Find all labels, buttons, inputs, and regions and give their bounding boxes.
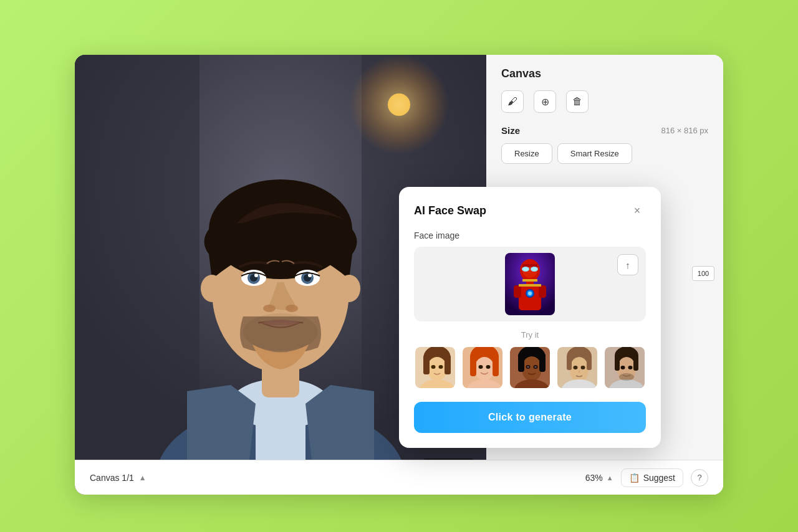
svg-rect-76 (605, 347, 646, 389)
size-row: Size 816 × 816 px (501, 125, 708, 136)
canvas-label: Canvas 1/1 (90, 473, 134, 483)
svg-rect-38 (514, 285, 521, 298)
zoom-chevron-icon: ▲ (607, 474, 613, 482)
face-sample-5[interactable] (603, 346, 646, 389)
face-sample-2[interactable] (461, 346, 504, 389)
upload-button[interactable]: ↑ (617, 254, 638, 275)
bottom-right-actions: 63% ▲ 📋 Suggest ? (585, 468, 708, 487)
svg-point-44 (427, 357, 447, 381)
canvas-chevron-icon: ▲ (139, 473, 147, 482)
svg-point-32 (531, 267, 537, 271)
svg-point-84 (619, 373, 634, 381)
svg-point-61 (514, 379, 549, 389)
svg-point-46 (431, 365, 436, 369)
face-sample-4[interactable] (556, 346, 598, 389)
suggest-button[interactable]: 📋 Suggest (621, 468, 683, 487)
svg-rect-83 (633, 356, 638, 371)
resize-buttons: Resize Smart Resize (501, 143, 708, 164)
upload-icon: ↑ (625, 260, 630, 270)
face-swap-modal: AI Face Swap × Face image (399, 187, 661, 448)
svg-point-53 (467, 379, 502, 389)
suggest-label: Suggest (643, 473, 675, 483)
zoom-info: 63% ▲ (585, 473, 613, 483)
svg-point-19 (254, 273, 258, 277)
trash-icon: 🗑 (572, 96, 582, 107)
svg-point-37 (528, 292, 532, 295)
svg-point-72 (574, 366, 578, 369)
face-upload-area[interactable]: ↑ (414, 247, 646, 321)
help-button[interactable]: ? (691, 469, 708, 487)
svg-rect-40 (519, 284, 541, 287)
face-preview (505, 253, 555, 315)
svg-rect-82 (615, 356, 620, 371)
svg-point-71 (562, 379, 597, 389)
svg-point-73 (581, 366, 585, 369)
paint-icon: 🖌 (507, 96, 517, 107)
try-it-label: Try it (414, 330, 646, 340)
svg-point-21 (263, 305, 276, 312)
zoom-value: 63% (585, 473, 603, 483)
svg-rect-49 (445, 356, 451, 374)
svg-rect-56 (470, 354, 476, 376)
svg-rect-41 (522, 279, 537, 282)
svg-point-78 (617, 357, 636, 382)
svg-rect-67 (539, 353, 546, 372)
svg-rect-66 (518, 353, 524, 372)
svg-point-31 (522, 267, 529, 271)
trash-icon-btn[interactable]: 🗑 (566, 90, 589, 113)
face-sample-3[interactable] (509, 346, 551, 389)
svg-rect-57 (493, 354, 499, 376)
panel-icons: 🖌 ⊕ 🗑 (501, 90, 708, 113)
svg-rect-75 (587, 356, 592, 370)
svg-rect-39 (539, 285, 546, 298)
svg-point-80 (621, 366, 625, 369)
svg-point-24 (201, 275, 223, 302)
svg-point-20 (308, 273, 312, 277)
svg-point-25 (338, 275, 360, 302)
svg-point-22 (286, 305, 298, 312)
help-icon: ? (697, 473, 701, 482)
modal-header: AI Face Swap × (414, 202, 646, 219)
svg-rect-2 (75, 55, 200, 495)
svg-point-81 (628, 366, 633, 369)
resize-button[interactable]: Resize (501, 143, 552, 164)
canvas-info: Canvas 1/1 ▲ (90, 473, 147, 483)
svg-point-70 (570, 357, 589, 382)
svg-point-47 (439, 365, 443, 369)
svg-point-5 (349, 55, 449, 154)
face-samples (414, 346, 646, 389)
svg-rect-48 (423, 356, 430, 374)
svg-point-52 (474, 357, 494, 381)
copy-icon-btn[interactable]: ⊕ (534, 90, 556, 113)
svg-point-55 (486, 365, 491, 369)
copy-icon: ⊕ (541, 96, 549, 108)
svg-rect-68 (557, 347, 598, 389)
svg-rect-9 (256, 404, 305, 466)
canvas-panel-title: Canvas (501, 67, 708, 80)
suggest-icon: 📋 (629, 473, 640, 483)
bottom-bar: Canvas 1/1 ▲ 63% ▲ 📋 Suggest ? (75, 460, 723, 495)
modal-close-button[interactable]: × (628, 202, 646, 219)
svg-point-64 (527, 366, 529, 368)
face-image-label: Face image (414, 230, 646, 240)
svg-point-60 (522, 356, 542, 381)
paint-icon-btn[interactable]: 🖌 (501, 90, 524, 113)
opacity-value[interactable]: 100 (692, 266, 714, 281)
generate-button[interactable]: Click to generate (414, 402, 646, 433)
face-sample-1[interactable] (414, 346, 456, 389)
svg-point-54 (479, 365, 483, 369)
size-value: 816 × 816 px (661, 126, 708, 135)
svg-rect-74 (567, 356, 572, 370)
size-label: Size (501, 125, 520, 136)
modal-title: AI Face Swap (414, 204, 486, 217)
svg-point-79 (609, 379, 644, 389)
smart-resize-button[interactable]: Smart Resize (557, 143, 632, 164)
svg-point-62 (526, 365, 531, 369)
svg-point-63 (534, 365, 538, 369)
svg-point-65 (534, 366, 537, 368)
opacity-control: 100 (692, 266, 714, 281)
svg-point-45 (420, 379, 454, 389)
